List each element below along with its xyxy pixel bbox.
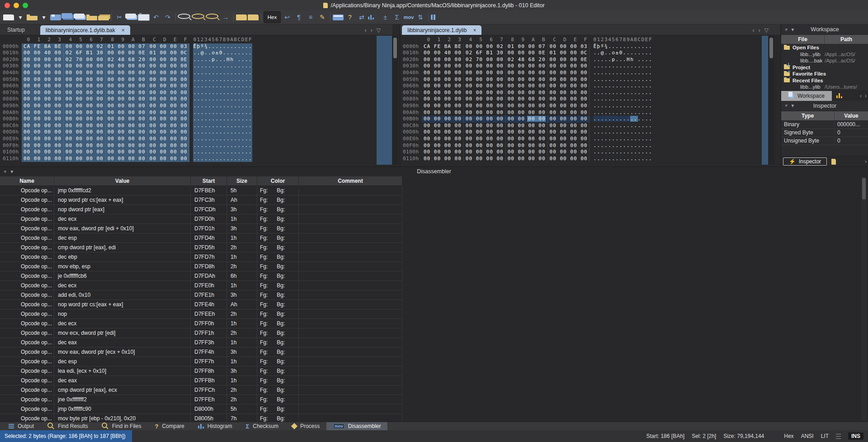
workspace-favorite-files[interactable]: ★ Favorite Files [781, 71, 868, 77]
scrollbar-thumb[interactable] [862, 178, 866, 200]
hex-row[interactable]: 0090h 00 00 00 00 00 00 00 00 00 00 00 0… [400, 103, 780, 109]
disassembler-row[interactable]: Opcode op... dec eax D7FFBh 1h Fg:Bg: [0, 376, 402, 385]
checksum-icon[interactable]: ± [380, 12, 391, 23]
inspector-row[interactable]: Binary 000000... [781, 121, 868, 129]
inspector-row[interactable]: Unsigned Byte 0 [781, 137, 868, 145]
disassembler-row[interactable]: Opcode op... nop dword ptr [eax] D7FCDh … [0, 205, 402, 214]
disassembler-row[interactable]: Opcode op... jmp 0xffffffc90 D8000h 5h F… [0, 404, 402, 414]
new-file-icon[interactable] [3, 14, 14, 20]
hex-row[interactable]: 0000h CA FE BA BE 00 00 00 02 01 00 00 0… [400, 43, 780, 50]
disassembler-row[interactable]: Opcode op... dec ecx D7FD0h 1h Fg:Bg: [0, 214, 402, 224]
disassembler-row[interactable]: Opcode op... jne 0xffffffff2 D7FFEh 2h F… [0, 395, 402, 404]
chart-panel-tab[interactable] [827, 157, 840, 166]
disassembler-icon[interactable]: mov [403, 12, 414, 23]
hex-row[interactable]: 0020h 00 00 00 00 02 70 00 00 02 48 68 2… [0, 57, 392, 63]
value-column-header[interactable]: Value [54, 176, 191, 185]
disassembler-row[interactable]: Opcode op... nop D7FEEh 2h Fg:Bg: [0, 309, 402, 319]
disassembler-row[interactable]: Opcode op... dec esp D7FF7h 1h Fg:Bg: [0, 357, 402, 366]
open-file-dropdown[interactable]: ▾ [38, 12, 49, 23]
disassembler-row[interactable]: Opcode op... cmp dword ptr [eax], ecx D7… [0, 385, 402, 395]
pause-icon[interactable] [431, 14, 442, 20]
template-results-icon[interactable] [248, 14, 259, 20]
columns-icon[interactable]: ≡ [305, 12, 316, 23]
tool-panel-scrollbar[interactable] [861, 177, 867, 420]
disassembler-row[interactable]: Opcode op... mov eax, dword ptr [edi + 0… [0, 224, 402, 233]
replace-icon[interactable] [192, 14, 204, 19]
next-tab-icon[interactable]: › [371, 27, 373, 33]
disassembler-row[interactable]: Opcode op... dec ebp D7FD7h 1h Fg:Bg: [0, 252, 402, 262]
hex-row[interactable]: 0040h 00 00 00 00 00 00 00 00 00 00 00 0… [0, 70, 392, 76]
next-panel-icon[interactable]: › [865, 93, 867, 99]
disassembler-row[interactable]: Opcode op... cmp dword ptr [eax], edi D7… [0, 243, 402, 252]
hex-row[interactable]: 00D0h 00 00 00 00 00 00 00 00 00 00 00 0… [0, 129, 392, 136]
hex-row[interactable]: 0070h 00 00 00 00 00 00 00 00 00 00 00 0… [400, 90, 780, 96]
hex-row[interactable]: 00C0h 00 00 00 00 00 00 00 00 00 00 00 0… [400, 123, 780, 129]
right-pane-scrollbar[interactable] [769, 36, 774, 165]
workspace-file-item[interactable]: libb....bak /Appl...acOS/ [781, 57, 868, 64]
tab-list-icon[interactable]: ▽ [377, 27, 381, 33]
disassembler-row[interactable]: Opcode op... lea edi, [ecx + 0x10] D7FF8… [0, 366, 402, 376]
size-column-header[interactable]: Size [227, 176, 257, 185]
hex-row[interactable]: 00B0h 00 00 00 00 00 00 00 00 00 00 00 0… [0, 116, 392, 123]
check-evaluate-icon[interactable]: Σ [392, 12, 402, 23]
save-icon[interactable] [50, 14, 61, 20]
tooltab-disassembler[interactable]: mov Disassembler [326, 422, 387, 430]
type-column-header[interactable]: Type [781, 111, 835, 120]
hex-row[interactable]: 0030h 00 00 00 00 00 00 00 00 00 00 00 0… [400, 63, 780, 70]
disassembler-row[interactable]: Opcode op... je 0xffffffcb6 D7FDAh 6h Fg… [0, 271, 402, 281]
calculator-icon[interactable] [333, 14, 344, 20]
workspace-file-item[interactable]: libb...ylib /Users...tures/ [781, 84, 868, 90]
status-charset[interactable]: ANSI [801, 433, 814, 439]
file-info-icon[interactable]: ? [344, 12, 355, 23]
disassembler-row[interactable]: Opcode op... dec esp D7FD4h 1h Fg:Bg: [0, 233, 402, 243]
hex-row[interactable]: 0080h 00 00 00 00 00 00 00 00 00 00 00 0… [0, 96, 392, 103]
hex-row[interactable]: 0060h 00 00 00 00 00 00 00 00 00 00 00 0… [0, 83, 392, 90]
scrollbar-thumb[interactable] [393, 38, 397, 58]
save-all-icon[interactable] [61, 13, 72, 19]
scrollbar-thumb[interactable] [769, 38, 773, 58]
tab-dylib[interactable]: libbinaryninjacore.1.dylib × [402, 25, 481, 35]
hex-row[interactable]: 0050h 00 00 00 00 00 00 00 00 00 00 00 0… [400, 76, 780, 83]
tooltab-compare[interactable]: ? Compare [148, 422, 191, 430]
hex-row[interactable]: 0000h CA FE BA BE 00 00 00 02 01 00 00 0… [0, 43, 392, 50]
hex-row[interactable]: 0110h 00 00 00 00 00 00 00 00 00 00 00 0… [0, 156, 392, 162]
undo-icon[interactable]: ↶ [151, 12, 161, 23]
next-tab-icon[interactable]: › [759, 27, 760, 33]
copy-files-icon[interactable] [74, 14, 85, 19]
hex-row[interactable]: 0090h 00 00 00 00 00 00 00 00 00 00 00 0… [0, 103, 392, 109]
hex-row[interactable]: 00C0h 00 00 00 00 00 00 00 00 00 00 00 0… [0, 123, 392, 129]
hex-row[interactable]: 0040h 00 00 00 00 00 00 00 00 00 00 00 0… [400, 70, 780, 76]
inspector-tab[interactable]: ⚡ Inspector [783, 157, 827, 166]
workspace-recent-files[interactable]: ◔ Recent Files [781, 77, 868, 84]
hex-row[interactable]: 0110h 00 00 00 00 00 00 00 00 00 00 00 0… [400, 156, 780, 162]
color-column-header[interactable]: Color [257, 176, 299, 185]
tooltab-output[interactable]: Output [2, 422, 41, 430]
close-tab-icon[interactable]: × [473, 27, 476, 33]
selected-ascii[interactable]: .. [630, 116, 637, 122]
hex-row[interactable]: 00F0h 00 00 00 00 00 00 00 00 00 00 00 0… [0, 143, 392, 149]
disassembler-row[interactable]: Opcode op... dec ecx D7FE0h 1h Fg:Bg: [0, 281, 402, 290]
tooltab-checksum[interactable]: Σ Checksum [239, 422, 285, 430]
tab-dylib-bak[interactable]: libbinaryninjacore.1.dylib.bak × [40, 25, 130, 35]
tooltab-process[interactable]: Process [285, 422, 326, 430]
hex-row[interactable]: 0020h 00 00 00 00 02 70 00 00 02 48 68 2… [400, 57, 780, 63]
hex-row[interactable]: 0080h 00 00 00 00 00 00 00 00 00 00 00 0… [400, 96, 780, 103]
value-column-header[interactable]: Value [835, 111, 868, 120]
hex-view-button[interactable]: Hex [264, 11, 281, 23]
copy-icon[interactable] [125, 14, 136, 19]
word-wrap-icon[interactable]: ↩ [282, 12, 292, 23]
workspace-project[interactable]: ⚓ Project [781, 64, 868, 71]
left-pane-scrollbar[interactable] [392, 36, 398, 165]
insert-mode-toggle[interactable]: INS [848, 432, 863, 440]
name-column-header[interactable]: Name [0, 176, 54, 185]
inspector-row[interactable]: Signed Byte 0 [781, 129, 868, 137]
hex-view-dylib[interactable]: 0 1 2 3 4 5 6 7 8 9 A B C D E F 01234567… [400, 35, 780, 162]
workspace-tab[interactable]: Workspace [781, 91, 832, 101]
hex-row[interactable]: 00F0h 00 00 00 00 00 00 00 00 00 00 00 0… [400, 143, 780, 149]
redo-icon[interactable]: ↷ [162, 12, 173, 23]
edit-highlight-icon[interactable]: ✎ [317, 12, 328, 23]
workspace-open-files[interactable]: Open Files [781, 44, 868, 51]
tab-list-icon[interactable]: ▽ [764, 27, 769, 33]
disassembler-row[interactable]: Opcode op... dec ecx D7FF0h 1h Fg:Bg: [0, 319, 402, 328]
comment-column-header[interactable]: Comment [299, 176, 402, 185]
